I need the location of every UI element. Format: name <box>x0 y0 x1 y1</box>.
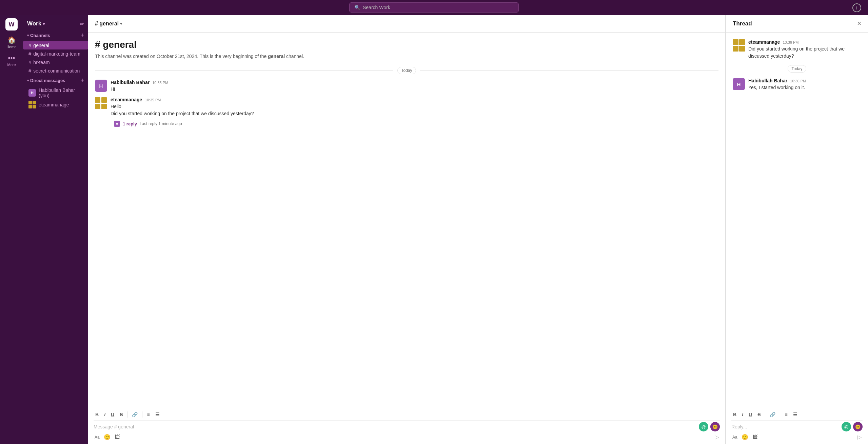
workspace-name[interactable]: Work ▾ <box>27 20 45 27</box>
channel-name-hr: hr-team <box>33 60 50 65</box>
workspace-initial[interactable]: W <box>5 18 18 31</box>
thread-reply-content: Habibullah Bahar 10:36 PM Yes, I started… <box>748 78 861 91</box>
channel-message-input[interactable] <box>94 422 696 431</box>
channel-hash-dmt: # <box>28 51 31 57</box>
msg-text-2: Hello <box>111 103 718 110</box>
search-bar[interactable]: 🔍 <box>349 2 519 13</box>
image-button[interactable]: 🖼 <box>114 433 121 441</box>
channel-title: # general ▾ <box>95 21 122 27</box>
channel-intro: # general This channel was created on Oc… <box>95 39 718 60</box>
thread-image-button[interactable]: 🖼 <box>751 433 759 441</box>
thread-italic-button[interactable]: I <box>740 411 745 418</box>
thread-emoji-purple[interactable]: 😊 <box>853 422 863 431</box>
emoji-button-purple[interactable]: 😊 <box>710 422 720 431</box>
sidebar-header: Work ▾ ✏ <box>23 18 88 30</box>
channel-item-secret[interactable]: # secret-communication <box>23 66 88 75</box>
thread-emoji-picker-button[interactable]: 🙂 <box>741 433 749 441</box>
channel-hash-hr: # <box>28 59 31 65</box>
font-size-button[interactable]: Aa <box>94 434 101 441</box>
ordered-list-button[interactable]: ≡ <box>145 411 151 418</box>
msg-time-2: 10:35 PM <box>145 98 161 102</box>
bold-button[interactable]: B <box>94 411 100 418</box>
reply-count: 1 reply <box>123 121 137 126</box>
thread-bottom-toolbar: Aa 🙂 🖼 ▷ <box>731 431 863 441</box>
thread-reply-message: H Habibullah Bahar 10:36 PM Yes, I start… <box>733 78 861 91</box>
channel-bottom-toolbar: Aa 🙂 🖼 ▷ <box>94 431 720 441</box>
thread-eteam-avatar <box>733 39 745 52</box>
thread-underline-button[interactable]: U <box>747 411 754 418</box>
link-button[interactable]: 🔗 <box>130 411 139 418</box>
dm-item-habibullah[interactable]: H Habibullah Bahar (you) <box>23 86 88 100</box>
channels-section-header[interactable]: ▾ Channels + <box>23 30 88 41</box>
channel-item-hr[interactable]: # hr-team <box>23 58 88 66</box>
thread-reply-input[interactable] <box>731 422 839 431</box>
thread-input-row: @ 😊 <box>731 422 863 431</box>
thread-original-message: eteammanage 10:36 PM Did you started wor… <box>733 39 861 60</box>
channel-input-icons: @ 😊 <box>699 422 720 431</box>
reply-avatar: H <box>114 121 120 127</box>
thread-toolbar-divider-2 <box>780 411 780 418</box>
main-content: # general ▾ # general This channel was c… <box>88 15 868 444</box>
thread-unordered-list-button[interactable]: ☰ <box>791 411 799 418</box>
edit-button[interactable]: ✏ <box>80 21 84 27</box>
thread-header: Thread × <box>726 15 868 33</box>
channel-item-general[interactable]: # general <box>23 41 88 49</box>
sidebar-item-home[interactable]: 🏠 Home <box>3 34 20 51</box>
emoji-picker-button[interactable]: 🙂 <box>103 433 112 441</box>
msg-author-1: Habibullah Bahar <box>111 80 150 85</box>
thread-strike-button[interactable]: S <box>756 411 762 418</box>
thread-panel: Thread × eteammanage 10:36 PM Did you st… <box>726 15 868 444</box>
channels-label: Channels <box>30 33 50 38</box>
msg-time-1: 10:35 PM <box>152 81 168 85</box>
thread-date-label: Today <box>788 65 806 73</box>
reply-last: Last reply 1 minute ago <box>140 121 182 126</box>
channel-chevron[interactable]: ▾ <box>120 21 122 26</box>
channel-name-secret: secret-communication <box>33 68 80 74</box>
channel-intro-text: This channel was created on October 21st… <box>95 53 718 60</box>
channel-toolbar: B I U S 🔗 ≡ ☰ <box>94 409 720 421</box>
msg-author-2: eteammanage <box>111 97 142 102</box>
add-dm-button[interactable]: + <box>80 77 84 84</box>
toolbar-divider-1 <box>127 411 127 418</box>
channel-input-row: @ 😊 <box>94 422 720 431</box>
channel-hash-general: # <box>28 42 31 48</box>
msg-text-1: Hi <box>111 86 718 93</box>
dm-section-header[interactable]: ▾ Direct messages + <box>23 75 88 86</box>
message-1: H Habibullah Bahar 10:35 PM Hi <box>95 80 718 93</box>
thread-date-divider: Today <box>733 65 861 73</box>
unordered-list-button[interactable]: ☰ <box>154 411 161 418</box>
search-input[interactable] <box>363 5 514 10</box>
channel-item-digital-marketing[interactable]: # digital-marketing-team <box>23 49 88 58</box>
top-bar: 🔍 i <box>0 0 868 15</box>
channel-name-dmt: digital-marketing-team <box>33 51 80 57</box>
add-channel-button[interactable]: + <box>80 32 84 39</box>
thread-close-button[interactable]: × <box>857 20 861 27</box>
info-button[interactable]: i <box>852 3 861 12</box>
emoji-button-green[interactable]: @ <box>699 422 708 431</box>
dm-label: Direct messages <box>30 78 65 83</box>
underline-button[interactable]: U <box>109 411 116 418</box>
msg-avatar-habibullah: H <box>95 80 107 92</box>
thread-bold-button[interactable]: B <box>731 411 738 418</box>
dm-item-eteam[interactable]: eteammanage <box>23 100 88 110</box>
thread-link-button[interactable]: 🔗 <box>768 411 777 418</box>
more-label: More <box>7 63 16 67</box>
italic-button[interactable]: I <box>102 411 107 418</box>
thread-send-button[interactable]: ▷ <box>856 433 863 441</box>
thread-reply-author: Habibullah Bahar <box>748 78 787 83</box>
thread-emoji-green[interactable]: @ <box>842 422 851 431</box>
strikethrough-button[interactable]: S <box>118 411 124 418</box>
reply-bar[interactable]: H 1 reply Last reply 1 minute ago <box>111 119 718 128</box>
sidebar-item-more[interactable]: ••• More <box>3 52 20 69</box>
send-button[interactable]: ▷ <box>714 433 720 441</box>
thread-ordered-list-button[interactable]: ≡ <box>783 411 789 418</box>
channel-area: # general ▾ # general This channel was c… <box>88 15 726 444</box>
msg-avatar-eteam <box>95 97 107 109</box>
thread-original-author: eteammanage <box>748 39 780 45</box>
msg-subtext-2: Did you started working on the project t… <box>111 110 718 117</box>
dm-collapse-icon: ▾ <box>27 79 29 82</box>
date-divider: Today <box>95 67 718 74</box>
toolbar-divider-2 <box>142 411 142 418</box>
thread-font-size-button[interactable]: Aa <box>731 434 738 441</box>
channel-header: # general ▾ <box>88 15 725 33</box>
